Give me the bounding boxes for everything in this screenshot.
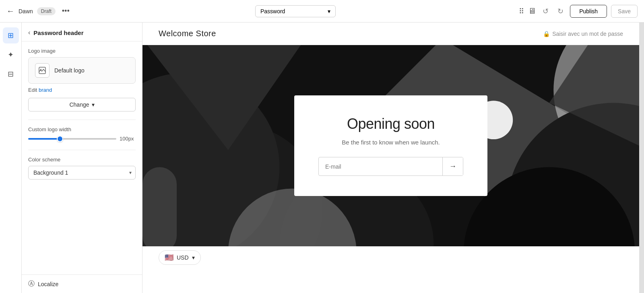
logo-box: Default logo: [28, 57, 136, 84]
tagline-text: Be the first to know when we launch.: [318, 139, 463, 146]
chevron-down-icon: ▾: [328, 8, 330, 14]
color-scheme-wrap: Background 1 Background 2 Inverse ▾: [28, 166, 136, 180]
topbar-right: ⠿ 🖥 ↺ ↻ Publish Save: [519, 5, 638, 18]
preview-top-bar: Welcome Store 🔒 Saisir avec un mot de pa…: [142, 23, 639, 45]
panel-header: ‹ Password header: [22, 23, 142, 41]
hero-section: Opening soon Be the first to know when w…: [142, 45, 639, 246]
preview-store-title: Welcome Store: [159, 29, 216, 38]
email-submit-button[interactable]: →: [442, 157, 463, 175]
logo-width-slider-row: 100px: [28, 136, 136, 142]
main-layout: ⊞ ✦ ⊟ ‹ Password header Logo image Defau…: [0, 23, 644, 293]
left-panel: ‹ Password header Logo image Default log…: [22, 23, 142, 293]
undo-button[interactable]: ↺: [540, 5, 551, 17]
localize-label: Localize: [38, 281, 58, 287]
divider: [28, 120, 136, 120]
logo-width-value: 100px: [120, 136, 136, 142]
redo-button[interactable]: ↻: [555, 5, 566, 17]
publish-button[interactable]: Publish: [570, 5, 607, 18]
blocks-icon[interactable]: ⊟: [3, 66, 19, 82]
more-button[interactable]: •••: [60, 5, 72, 17]
preview-footer: 🇺🇸 USD ▾: [142, 246, 639, 269]
email-row: →: [318, 157, 463, 176]
preview-scrollbar[interactable]: [639, 23, 644, 293]
localize-row[interactable]: Ⓐ Localize: [22, 274, 142, 293]
logo-width-label: Custom logo width: [28, 126, 136, 132]
back-icon[interactable]: ←: [6, 6, 14, 16]
logo-image-label: Logo image: [28, 48, 136, 54]
icon-rail: ⊞ ✦ ⊟: [0, 23, 22, 293]
store-name: Dawn: [19, 8, 33, 14]
logo-icon: [35, 63, 50, 78]
preview-area: Welcome Store 🔒 Saisir avec un mot de pa…: [142, 23, 639, 293]
color-scheme-label: Color scheme: [28, 157, 136, 163]
color-scheme-select[interactable]: Background 1 Background 2 Inverse: [28, 166, 136, 180]
grid-icon[interactable]: ⠿: [519, 7, 524, 16]
currency-button[interactable]: 🇺🇸 USD ▾: [159, 250, 201, 265]
monitor-icon[interactable]: 🖥: [528, 6, 536, 16]
save-button[interactable]: Save: [611, 5, 638, 18]
currency-label: USD: [177, 254, 189, 261]
panel-content: Logo image Default logo Edit brand Chang…: [22, 41, 142, 274]
panel-title: Password header: [33, 29, 83, 36]
chevron-down-icon: ▾: [92, 101, 95, 108]
currency-chevron-icon: ▾: [192, 254, 195, 261]
edit-brand-text: Edit brand: [28, 87, 136, 93]
svg-rect-12: [142, 167, 177, 246]
password-link[interactable]: 🔒 Saisir avec un mot de passe: [543, 31, 623, 37]
topbar: ← Dawn Draft ••• Password ▾ ⠿ 🖥 ↺ ↻ Publ…: [0, 0, 644, 23]
draft-badge: Draft: [37, 7, 56, 15]
change-button[interactable]: Change ▾: [28, 98, 136, 111]
preview-frame: Welcome Store 🔒 Saisir avec un mot de pa…: [142, 23, 639, 293]
divider-2: [28, 150, 136, 150]
topbar-center: Password ▾: [77, 5, 514, 17]
logo-name-label: Default logo: [54, 67, 85, 74]
logo-width-slider[interactable]: [28, 138, 116, 140]
edit-brand-link[interactable]: brand: [39, 87, 52, 93]
opening-card: Opening soon Be the first to know when w…: [294, 95, 487, 196]
customize-icon[interactable]: ✦: [3, 47, 19, 63]
svg-point-1: [40, 69, 41, 70]
page-dropdown[interactable]: Password ▾: [255, 5, 336, 17]
sections-icon[interactable]: ⊞: [3, 27, 19, 43]
panel-back-icon[interactable]: ‹: [28, 29, 30, 36]
dropdown-value: Password: [260, 8, 285, 14]
email-input[interactable]: [319, 159, 442, 175]
lock-icon: 🔒: [543, 31, 550, 37]
topbar-left: ← Dawn Draft •••: [6, 5, 72, 17]
localize-icon: Ⓐ: [28, 280, 35, 288]
flag-icon: 🇺🇸: [165, 253, 173, 262]
opening-soon-text: Opening soon: [318, 116, 463, 132]
